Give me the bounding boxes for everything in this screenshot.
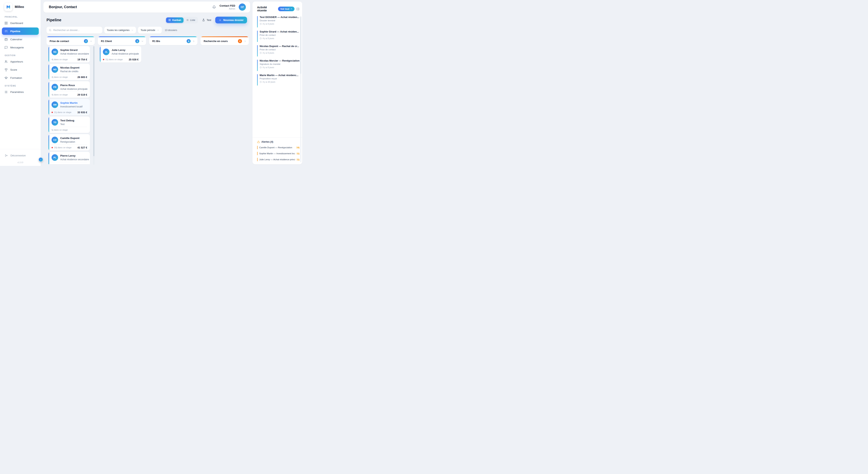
alert-item[interactable]: Camille Dupont — Renégociation 16j [257, 146, 300, 149]
sidebar-item-dashboard[interactable]: Dashboard [2, 19, 39, 27]
card-stage: 11j dans ce stage [105, 58, 123, 61]
column-header[interactable]: Prise de contact 7 [46, 36, 95, 45]
card-avatar: SM [52, 101, 58, 108]
search-input[interactable] [53, 29, 100, 32]
activity-accent-bar [257, 45, 258, 57]
clock-icon [259, 52, 262, 54]
activity-item-status: Prise de contact [259, 34, 300, 36]
column-scrollbar-thumb[interactable] [93, 46, 94, 156]
activity-accent-bar [257, 60, 258, 71]
user-block[interactable]: Contact FED Admin [219, 4, 235, 10]
column-accent-bar [98, 36, 146, 37]
column-accent-bar [200, 36, 249, 37]
view-liste-label: Liste [190, 19, 195, 22]
activity-item-title: Sophie Girard — Achat résiden... [259, 30, 300, 33]
sidebar-item-formation[interactable]: Formation [2, 74, 39, 81]
sidebar-collapse-button[interactable] [38, 157, 43, 162]
new-dossier-button[interactable]: Nouveau dossier [215, 16, 247, 24]
column-header[interactable]: R1 Bis 0 [149, 36, 197, 45]
activity-item-time: il y a 5 jours [263, 37, 274, 39]
sidebar-item-calendrier[interactable]: Calendrier [2, 36, 39, 43]
activity-item[interactable]: Marie Martin — Achat résidenc... Proposi… [257, 74, 300, 86]
activity-item-status: Proposition reçue [259, 77, 300, 80]
sidebar-item-parametres[interactable]: Paramètres [2, 88, 39, 96]
card-avatar: TD [52, 119, 58, 126]
activity-item[interactable]: Sophie Girard — Achat résiden... Prise d… [257, 30, 300, 42]
sidebar-section-gestion: GESTION [5, 54, 36, 57]
bell-icon[interactable] [212, 5, 216, 9]
kanban-column-prise-de-contact: Prise de contact 7 SG Sophie Girard Acha… [46, 36, 95, 164]
dossier-card[interactable]: ND Nicolas Dupont Rachat de crédits 4j d… [49, 64, 90, 80]
card-avatar: JL [103, 48, 110, 55]
activity-title: Activité récente [257, 6, 276, 12]
column-header[interactable]: R1 Client 1 [98, 36, 146, 45]
category-filter[interactable]: Toutes les catégories [104, 27, 136, 33]
alert-item[interactable]: Sophie Martin — Investissement locatif 1… [257, 152, 300, 155]
column-header[interactable]: Recherche en cours 0 [200, 36, 249, 45]
card-stage: 11j dans ce stage [54, 111, 71, 113]
sidebar-item-score[interactable]: Score [2, 66, 39, 73]
overdue-dot [103, 59, 104, 60]
alert-label: Camille Dupont — Renégociation [259, 146, 295, 149]
card-amount: 33 935 € [77, 111, 87, 114]
flask-icon [202, 19, 205, 22]
card-avatar: ND [52, 66, 58, 73]
sidebar-item-apporteurs[interactable]: Apporteurs [2, 58, 39, 65]
column-title: Recherche en cours [204, 40, 236, 42]
activity-item[interactable]: Nicolas Mercier — Renégociation Signatur… [257, 59, 300, 71]
card-accent-bar [49, 46, 49, 63]
panel-collapse-icon[interactable] [296, 7, 300, 11]
card-name: Pierre Leroy [60, 154, 89, 157]
activity-accent-bar [257, 16, 258, 28]
sidebar-item-pipeline[interactable]: Pipeline [2, 28, 39, 35]
sidebar-item-label: Messagerie [10, 46, 24, 49]
view-all-button[interactable]: Voir tout [278, 7, 294, 11]
view-liste-button[interactable]: Liste [184, 18, 197, 23]
card-project: Achat résidence secondaire [60, 53, 89, 55]
card-amount: 41 527 € [77, 146, 87, 149]
panel-scrollbar[interactable] [300, 16, 301, 162]
dossier-card-selected[interactable]: SM Sophie Martin Investissement locatif … [49, 99, 90, 115]
dossier-card[interactable]: PR Pierre Roux Achat résidence principal… [49, 81, 90, 98]
dossier-card[interactable]: TD Test Debug Test 5j dans ce stage [49, 116, 90, 133]
logout-button[interactable]: Déconnexion [2, 152, 39, 159]
card-name: Pierre Roux [60, 84, 88, 87]
card-avatar: PR [52, 84, 58, 90]
period-filter[interactable]: Toute période [138, 27, 162, 33]
card-stage: 5j dans ce stage [52, 129, 68, 131]
view-kanban-button[interactable]: Kanban [166, 18, 184, 23]
search-box [46, 27, 102, 33]
avatar[interactable]: CF [239, 3, 246, 11]
milleo-logo-icon [4, 3, 12, 11]
dossier-card[interactable]: PL Pierre Leroy Achat résidence secondai… [49, 152, 90, 164]
panel-scrollbar-thumb[interactable] [300, 16, 301, 74]
dossier-card[interactable]: CD Camille Dupont Renégociation 16j dans… [49, 134, 90, 150]
activity-item-status: Dossier terminé [259, 19, 300, 22]
column-count-badge: 0 [187, 39, 191, 43]
card-name: Sophie Girard [60, 48, 89, 52]
sidebar-section-principal: PRINCIPAL [5, 16, 36, 18]
activity-item-time: il y a 5 jours [263, 23, 274, 25]
dossier-card[interactable]: SG Sophie Girard Achat résidence seconda… [49, 46, 90, 63]
test-button[interactable]: Test [200, 19, 213, 22]
activity-item[interactable]: Nicolas Dupont — Rachat de cr... Prise d… [257, 45, 300, 57]
kanban-icon [4, 30, 8, 33]
clock-icon [259, 66, 262, 69]
card-stage: 4j dans ce stage [52, 76, 68, 78]
sidebar-item-messagerie[interactable]: Messagerie [2, 44, 39, 51]
filters-row: Toutes les catégories Toute période 13 d… [43, 27, 250, 33]
sidebar-item-label: Apporteurs [10, 60, 23, 63]
card-accent-bar [49, 134, 49, 150]
new-dossier-label: Nouveau dossier [223, 19, 244, 22]
activity-item[interactable]: Test DOSSIER — Achat résiden... Dossier … [257, 16, 300, 28]
alert-item[interactable]: Julie Leroy — Achat résidence principale… [257, 158, 300, 161]
user-role: Admin [219, 7, 235, 10]
page-greeting: Bonjour, Contact [49, 5, 212, 9]
dossier-card[interactable]: JL Julie Leroy Achat résidence principal… [100, 46, 141, 63]
overdue-dot [52, 147, 53, 148]
sidebar-item-label: Calendrier [10, 38, 22, 41]
column-cards: JL Julie Leroy Achat résidence principal… [98, 46, 146, 164]
column-scrollbar[interactable] [93, 46, 94, 165]
card-project: Investissement locatif [60, 105, 83, 108]
activity-panel-header: Activité récente Voir tout [252, 2, 302, 14]
